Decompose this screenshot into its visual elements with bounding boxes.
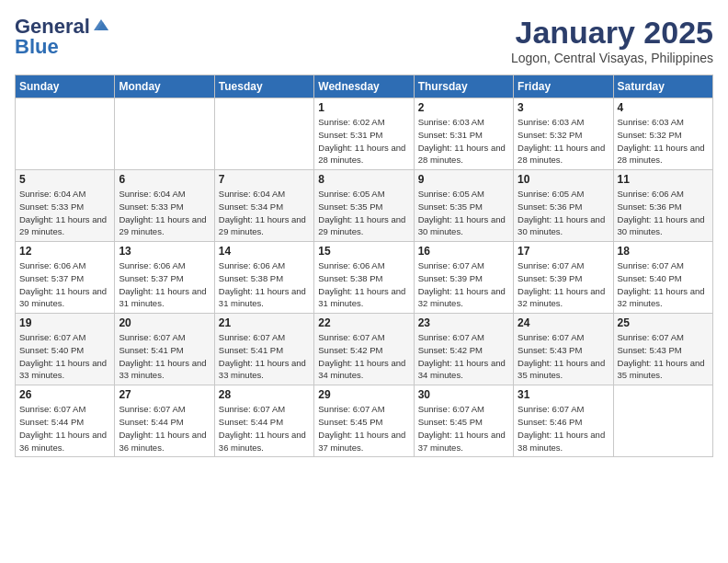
day-info: Sunrise: 6:07 AM Sunset: 5:41 PM Dayligh… (119, 331, 210, 382)
day-info: Sunrise: 6:07 AM Sunset: 5:42 PM Dayligh… (318, 331, 409, 382)
day-number: 14 (219, 245, 310, 258)
location-title: Logon, Central Visayas, Philippines (511, 51, 713, 65)
col-wednesday: Wednesday (314, 75, 414, 98)
calendar-cell: 23Sunrise: 6:07 AM Sunset: 5:42 PM Dayli… (414, 314, 513, 385)
col-thursday: Thursday (414, 75, 513, 98)
calendar-cell: 17Sunrise: 6:07 AM Sunset: 5:39 PM Dayli… (514, 242, 613, 314)
day-number: 11 (618, 173, 709, 186)
title-block: January 2025 Logon, Central Visayas, Phi… (511, 15, 713, 65)
col-sunday: Sunday (16, 75, 115, 98)
col-tuesday: Tuesday (214, 75, 313, 98)
calendar-week-row: 19Sunrise: 6:07 AM Sunset: 5:40 PM Dayli… (16, 314, 713, 385)
day-number: 6 (119, 173, 210, 186)
calendar-cell (613, 385, 712, 457)
day-info: Sunrise: 6:04 AM Sunset: 5:34 PM Dayligh… (219, 188, 310, 238)
day-info: Sunrise: 6:07 AM Sunset: 5:42 PM Dayligh… (418, 331, 509, 382)
calendar-cell: 7Sunrise: 6:04 AM Sunset: 5:34 PM Daylig… (214, 170, 313, 242)
col-monday: Monday (115, 75, 214, 98)
day-number: 18 (618, 245, 709, 258)
calendar-cell: 15Sunrise: 6:06 AM Sunset: 5:38 PM Dayli… (314, 242, 414, 314)
day-number: 30 (418, 388, 509, 401)
day-info: Sunrise: 6:07 AM Sunset: 5:39 PM Dayligh… (418, 259, 509, 310)
calendar-cell: 6Sunrise: 6:04 AM Sunset: 5:33 PM Daylig… (115, 170, 214, 242)
day-info: Sunrise: 6:06 AM Sunset: 5:38 PM Dayligh… (318, 259, 409, 310)
day-number: 8 (318, 173, 409, 186)
weekday-header-row: Sunday Monday Tuesday Wednesday Thursday… (16, 75, 713, 98)
calendar-week-row: 1Sunrise: 6:02 AM Sunset: 5:31 PM Daylig… (16, 98, 713, 170)
day-number: 17 (518, 245, 609, 258)
calendar-week-row: 12Sunrise: 6:06 AM Sunset: 5:37 PM Dayli… (16, 242, 713, 314)
day-number: 4 (618, 101, 709, 114)
day-number: 26 (19, 388, 110, 401)
calendar-week-row: 26Sunrise: 6:07 AM Sunset: 5:44 PM Dayli… (16, 385, 713, 457)
calendar-cell (115, 98, 214, 170)
calendar-cell: 1Sunrise: 6:02 AM Sunset: 5:31 PM Daylig… (314, 98, 414, 170)
calendar-cell: 30Sunrise: 6:07 AM Sunset: 5:45 PM Dayli… (414, 385, 513, 457)
day-number: 9 (418, 173, 509, 186)
day-info: Sunrise: 6:07 AM Sunset: 5:44 PM Dayligh… (119, 403, 210, 454)
calendar-week-row: 5Sunrise: 6:04 AM Sunset: 5:33 PM Daylig… (16, 170, 713, 242)
col-friday: Friday (514, 75, 613, 98)
day-info: Sunrise: 6:05 AM Sunset: 5:36 PM Dayligh… (518, 188, 609, 238)
calendar-cell: 11Sunrise: 6:06 AM Sunset: 5:36 PM Dayli… (613, 170, 712, 242)
day-number: 12 (19, 245, 110, 258)
day-info: Sunrise: 6:03 AM Sunset: 5:32 PM Dayligh… (518, 116, 609, 167)
day-info: Sunrise: 6:07 AM Sunset: 5:46 PM Dayligh… (518, 403, 609, 454)
page-header: General Blue January 2025 Logon, Central… (15, 15, 713, 65)
day-number: 23 (418, 316, 509, 329)
calendar-cell: 10Sunrise: 6:05 AM Sunset: 5:36 PM Dayli… (514, 170, 613, 242)
day-number: 21 (219, 316, 310, 329)
calendar-cell: 25Sunrise: 6:07 AM Sunset: 5:43 PM Dayli… (613, 314, 712, 385)
calendar-cell: 19Sunrise: 6:07 AM Sunset: 5:40 PM Dayli… (16, 314, 115, 385)
calendar-cell: 4Sunrise: 6:03 AM Sunset: 5:32 PM Daylig… (613, 98, 712, 170)
day-number: 20 (119, 316, 210, 329)
logo-icon (92, 17, 110, 32)
day-info: Sunrise: 6:05 AM Sunset: 5:35 PM Dayligh… (318, 188, 409, 238)
calendar-cell: 31Sunrise: 6:07 AM Sunset: 5:46 PM Dayli… (514, 385, 613, 457)
calendar-cell: 21Sunrise: 6:07 AM Sunset: 5:41 PM Dayli… (214, 314, 313, 385)
logo-blue: Blue (15, 35, 59, 59)
col-saturday: Saturday (613, 75, 712, 98)
day-number: 16 (418, 245, 509, 258)
logo: General Blue (15, 15, 110, 59)
day-info: Sunrise: 6:04 AM Sunset: 5:33 PM Dayligh… (19, 188, 110, 238)
day-info: Sunrise: 6:07 AM Sunset: 5:45 PM Dayligh… (418, 403, 509, 454)
day-info: Sunrise: 6:07 AM Sunset: 5:44 PM Dayligh… (219, 403, 310, 454)
calendar-cell (214, 98, 313, 170)
calendar-cell: 22Sunrise: 6:07 AM Sunset: 5:42 PM Dayli… (314, 314, 414, 385)
day-info: Sunrise: 6:07 AM Sunset: 5:39 PM Dayligh… (518, 259, 609, 310)
day-info: Sunrise: 6:07 AM Sunset: 5:41 PM Dayligh… (219, 331, 310, 382)
day-number: 24 (518, 316, 609, 329)
day-info: Sunrise: 6:03 AM Sunset: 5:31 PM Dayligh… (418, 116, 509, 167)
day-info: Sunrise: 6:04 AM Sunset: 5:33 PM Dayligh… (119, 188, 210, 238)
day-info: Sunrise: 6:03 AM Sunset: 5:32 PM Dayligh… (618, 116, 709, 167)
calendar-table: Sunday Monday Tuesday Wednesday Thursday… (15, 75, 713, 457)
day-info: Sunrise: 6:06 AM Sunset: 5:38 PM Dayligh… (219, 259, 310, 310)
calendar-cell: 29Sunrise: 6:07 AM Sunset: 5:45 PM Dayli… (314, 385, 414, 457)
day-number: 10 (518, 173, 609, 186)
day-info: Sunrise: 6:02 AM Sunset: 5:31 PM Dayligh… (318, 116, 409, 167)
calendar-cell: 26Sunrise: 6:07 AM Sunset: 5:44 PM Dayli… (16, 385, 115, 457)
calendar-cell: 9Sunrise: 6:05 AM Sunset: 5:35 PM Daylig… (414, 170, 513, 242)
day-info: Sunrise: 6:05 AM Sunset: 5:35 PM Dayligh… (418, 188, 509, 238)
calendar-cell: 5Sunrise: 6:04 AM Sunset: 5:33 PM Daylig… (16, 170, 115, 242)
day-number: 13 (119, 245, 210, 258)
calendar-cell: 27Sunrise: 6:07 AM Sunset: 5:44 PM Dayli… (115, 385, 214, 457)
day-number: 3 (518, 101, 609, 114)
day-number: 27 (119, 388, 210, 401)
day-info: Sunrise: 6:07 AM Sunset: 5:45 PM Dayligh… (318, 403, 409, 454)
day-info: Sunrise: 6:07 AM Sunset: 5:43 PM Dayligh… (618, 331, 709, 382)
day-info: Sunrise: 6:07 AM Sunset: 5:40 PM Dayligh… (618, 259, 709, 310)
day-number: 2 (418, 101, 509, 114)
day-info: Sunrise: 6:06 AM Sunset: 5:37 PM Dayligh… (119, 259, 210, 310)
calendar-cell: 18Sunrise: 6:07 AM Sunset: 5:40 PM Dayli… (613, 242, 712, 314)
calendar-cell: 28Sunrise: 6:07 AM Sunset: 5:44 PM Dayli… (214, 385, 313, 457)
day-info: Sunrise: 6:06 AM Sunset: 5:36 PM Dayligh… (618, 188, 709, 238)
day-number: 25 (618, 316, 709, 329)
day-info: Sunrise: 6:07 AM Sunset: 5:44 PM Dayligh… (19, 403, 110, 454)
calendar-cell: 14Sunrise: 6:06 AM Sunset: 5:38 PM Dayli… (214, 242, 313, 314)
day-number: 7 (219, 173, 310, 186)
day-number: 22 (318, 316, 409, 329)
day-number: 29 (318, 388, 409, 401)
calendar-cell: 12Sunrise: 6:06 AM Sunset: 5:37 PM Dayli… (16, 242, 115, 314)
